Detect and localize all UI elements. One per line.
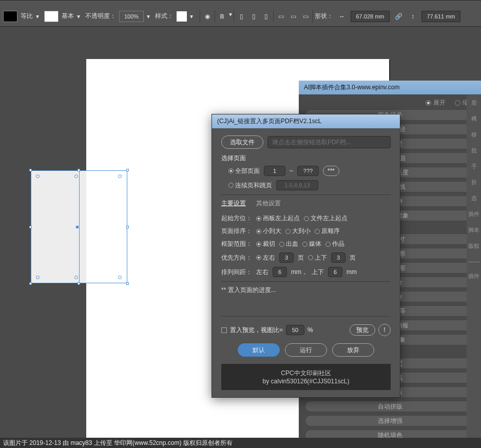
sort-asc-radio[interactable]: 小到大 (256, 227, 281, 236)
vertical-tab[interactable]: 插件 (467, 206, 481, 222)
file-path-input[interactable] (267, 136, 391, 148)
handle-br[interactable] (126, 282, 129, 285)
priority-lr-radio[interactable]: 左右 (256, 254, 275, 262)
vertical-tab[interactable]: 版权 (467, 238, 481, 254)
anchor-tr[interactable] (118, 174, 122, 178)
sort-label: 页面排序： (221, 227, 252, 236)
separator (215, 10, 215, 23)
priority-ud-radio[interactable]: 上下 (308, 254, 327, 262)
pill-button[interactable]: 选择增强 (305, 415, 475, 426)
handle-bc[interactable] (78, 282, 80, 285)
vertical-tab[interactable]: 插件 (467, 268, 481, 284)
continuous-input[interactable] (276, 180, 318, 190)
dropdown-icon[interactable]: ▾ (36, 13, 39, 20)
gap-lr-input[interactable] (273, 267, 287, 277)
handle-ml[interactable] (29, 226, 32, 228)
anchor-tl[interactable] (36, 174, 40, 178)
align-hcenter-icon[interactable]: ▯ (248, 11, 259, 22)
vertical-tab[interactable]: —— (467, 254, 481, 268)
dropdown-icon[interactable]: ▾ (147, 13, 150, 20)
anchor-br[interactable] (118, 276, 122, 279)
range-media-radio[interactable]: 媒体 (302, 240, 321, 248)
vertical-tab[interactable]: 脚本 (467, 222, 481, 238)
fill-swatch[interactable] (44, 11, 59, 22)
select-file-button[interactable]: 选取文件 (221, 135, 263, 149)
range-label: 框架范围： (221, 240, 252, 248)
dialog-title: (CJ)Ai_链接置入多页面PDF档V2.1scL (212, 114, 400, 128)
opacity-label: 不透明度： (85, 12, 116, 21)
align-left-icon[interactable]: ▯ (236, 11, 247, 22)
vertical-tab[interactable]: 手 (467, 159, 481, 174)
width-icon: ↔ (336, 11, 348, 22)
priority-label: 优先方向： (221, 254, 252, 262)
priority-lr-input[interactable] (279, 252, 294, 263)
preview-button[interactable]: 预览 (350, 324, 375, 336)
sort-orig-radio[interactable]: 原顺序 (315, 227, 340, 236)
handle-tl[interactable] (29, 169, 32, 171)
separator (313, 10, 313, 23)
align-right-icon[interactable]: ▯ (260, 11, 272, 22)
opacity-value[interactable]: 100% (119, 11, 144, 22)
toolbar: 等比 ▾ 基本 ▾ 不透明度： 100% ▾ 样式： ▾ ◉ 🗎 ▾ ▯ ▯ ▯… (0, 6, 481, 27)
align-vcenter-icon[interactable]: ▭ (287, 11, 299, 22)
pill-button[interactable]: 自动拼版 (305, 401, 475, 412)
credit-box: CPC中文印刷社区 by calvin530126(#CJJS011scL) (221, 364, 391, 390)
info-button[interactable]: ! (378, 324, 391, 336)
handle-tc[interactable] (78, 169, 80, 171)
vertical-tabs: 质稀移批手折选插件脚本版权——插件 (467, 95, 481, 439)
expand-radio[interactable]: 展开 (426, 99, 446, 107)
all-pages-radio[interactable]: 全部页面 (228, 167, 260, 176)
page-to-input[interactable] (297, 166, 319, 176)
cancel-button[interactable]: 放弃 (332, 343, 374, 357)
vertical-tab[interactable]: 选 (467, 190, 481, 206)
range-work-radio[interactable]: 作品 (325, 240, 344, 248)
tab-other[interactable]: 其他设置 (256, 199, 281, 209)
width-value[interactable]: 67.028 mm (351, 11, 390, 22)
dropdown-icon[interactable]: ▾ (77, 13, 80, 20)
vertical-tab[interactable]: 移 (467, 127, 481, 143)
page-from-input[interactable] (264, 166, 285, 176)
sort-desc-radio[interactable]: 大到小 (285, 227, 311, 236)
anchor-bl[interactable] (36, 276, 40, 279)
range-bleed-radio[interactable]: 出血 (279, 240, 298, 248)
stroke-swatch[interactable] (3, 11, 17, 22)
default-button[interactable]: 默认 (238, 343, 280, 357)
basic-label: 基本 (62, 12, 74, 21)
align-bottom-icon[interactable]: ▭ (300, 11, 311, 22)
priority-ud-input[interactable] (331, 252, 345, 263)
style-swatch[interactable] (177, 11, 187, 22)
selection[interactable] (31, 170, 127, 283)
selection-divider (79, 170, 80, 283)
anchor-tc[interactable] (74, 174, 78, 178)
tab-main[interactable]: 主要设置 (221, 199, 246, 209)
separator (234, 10, 234, 23)
preview-scale-input[interactable] (286, 325, 304, 335)
anchor-center[interactable] (76, 226, 79, 228)
progress-text: ** 置入页面的进度... (221, 286, 391, 295)
link-icon[interactable]: 🔗 (393, 11, 404, 22)
page-refresh-button[interactable]: *** (323, 166, 339, 176)
recolor-icon[interactable]: ◉ (202, 11, 213, 22)
dropdown-icon[interactable]: ▾ (190, 13, 193, 20)
doc-icon[interactable]: 🗎 (217, 11, 228, 22)
preview-checkbox[interactable] (221, 327, 227, 333)
start-file-radio[interactable]: 文件左上起点 (304, 214, 348, 223)
continuous-radio[interactable]: 连续页和跳页 (228, 181, 272, 190)
handle-tr[interactable] (126, 169, 129, 171)
anchor-bc[interactable] (74, 276, 78, 279)
start-artboard-radio[interactable]: 画板左上起点 (256, 214, 300, 223)
dropdown-icon[interactable]: ▾ (229, 11, 232, 22)
vertical-tab[interactable]: 折 (467, 174, 481, 190)
run-button[interactable]: 运行 (285, 343, 327, 357)
vertical-tab[interactable]: 质 (467, 95, 481, 111)
align-top-icon[interactable]: ▭ (275, 11, 286, 22)
gap-ud-input[interactable] (328, 267, 342, 277)
handle-bl[interactable] (29, 282, 32, 285)
ratio-label: 等比 (21, 12, 33, 21)
separator (221, 281, 391, 282)
handle-mr[interactable] (126, 226, 129, 228)
vertical-tab[interactable]: 稀 (467, 111, 481, 127)
range-crop-radio[interactable]: 裁切 (256, 240, 275, 248)
vertical-tab[interactable]: 批 (467, 143, 481, 159)
height-value[interactable]: 77.611 mm (421, 11, 460, 22)
